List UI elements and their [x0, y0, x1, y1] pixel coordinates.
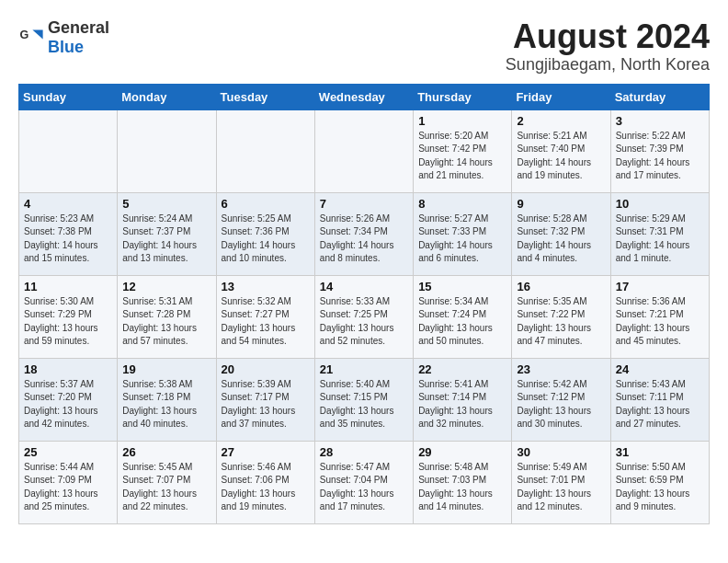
calendar-cell: 5Sunrise: 5:24 AM Sunset: 7:37 PM Daylig…	[118, 192, 216, 275]
day-number: 3	[616, 114, 704, 128]
header-wednesday: Wednesday	[314, 84, 413, 109]
day-number: 23	[517, 362, 605, 376]
day-number: 14	[320, 280, 408, 293]
day-detail: Sunrise: 5:39 AM Sunset: 7:17 PM Dayligh…	[222, 378, 310, 431]
calendar-cell: 31Sunrise: 5:50 AM Sunset: 6:59 PM Dayli…	[610, 441, 709, 523]
calendar-cell: 8Sunrise: 5:27 AM Sunset: 7:33 PM Daylig…	[414, 192, 512, 275]
calendar-header: SundayMondayTuesdayWednesdayThursdayFrid…	[19, 84, 710, 109]
calendar-cell	[19, 109, 118, 192]
day-detail: Sunrise: 5:41 AM Sunset: 7:14 PM Dayligh…	[418, 378, 506, 431]
day-number: 2	[517, 114, 605, 128]
header-sunday: Sunday	[19, 84, 118, 109]
day-number: 18	[24, 362, 112, 376]
calendar-cell: 7Sunrise: 5:26 AM Sunset: 7:34 PM Daylig…	[314, 192, 413, 275]
day-detail: Sunrise: 5:20 AM Sunset: 7:42 PM Dayligh…	[418, 130, 506, 183]
calendar-cell: 9Sunrise: 5:28 AM Sunset: 7:32 PM Daylig…	[512, 192, 610, 275]
day-detail: Sunrise: 5:29 AM Sunset: 7:31 PM Dayligh…	[616, 213, 704, 266]
day-number: 29	[418, 445, 506, 459]
day-detail: Sunrise: 5:42 AM Sunset: 7:12 PM Dayligh…	[517, 378, 605, 431]
calendar-cell: 14Sunrise: 5:33 AM Sunset: 7:25 PM Dayli…	[314, 275, 413, 358]
calendar-table: SundayMondayTuesdayWednesdayThursdayFrid…	[18, 84, 710, 524]
day-number: 19	[122, 362, 210, 376]
calendar-cell: 21Sunrise: 5:40 AM Sunset: 7:15 PM Dayli…	[314, 358, 413, 441]
location-subtitle: Sungjibaegam, North Korea	[506, 55, 710, 75]
calendar-cell: 4Sunrise: 5:23 AM Sunset: 7:38 PM Daylig…	[19, 192, 118, 275]
day-detail: Sunrise: 5:48 AM Sunset: 7:03 PM Dayligh…	[418, 461, 506, 514]
day-detail: Sunrise: 5:23 AM Sunset: 7:38 PM Dayligh…	[24, 213, 112, 266]
calendar-cell: 30Sunrise: 5:49 AM Sunset: 7:01 PM Dayli…	[512, 441, 610, 523]
day-number: 5	[122, 197, 210, 211]
calendar-week-3: 11Sunrise: 5:30 AM Sunset: 7:29 PM Dayli…	[19, 275, 710, 358]
day-detail: Sunrise: 5:44 AM Sunset: 7:09 PM Dayligh…	[24, 461, 112, 514]
calendar-week-2: 4Sunrise: 5:23 AM Sunset: 7:38 PM Daylig…	[19, 192, 710, 275]
svg-marker-1	[32, 30, 42, 40]
calendar-cell: 3Sunrise: 5:22 AM Sunset: 7:39 PM Daylig…	[610, 109, 709, 192]
calendar-cell: 11Sunrise: 5:30 AM Sunset: 7:29 PM Dayli…	[19, 275, 118, 358]
logo-icon: G	[18, 25, 44, 51]
day-number: 21	[320, 362, 408, 376]
day-detail: Sunrise: 5:38 AM Sunset: 7:18 PM Dayligh…	[122, 378, 210, 431]
day-number: 9	[517, 197, 605, 211]
day-detail: Sunrise: 5:47 AM Sunset: 7:04 PM Dayligh…	[320, 461, 408, 514]
calendar-cell: 15Sunrise: 5:34 AM Sunset: 7:24 PM Dayli…	[414, 275, 512, 358]
month-year-title: August 2024	[506, 18, 710, 55]
day-detail: Sunrise: 5:34 AM Sunset: 7:24 PM Dayligh…	[418, 295, 506, 349]
calendar-week-1: 1Sunrise: 5:20 AM Sunset: 7:42 PM Daylig…	[19, 109, 710, 192]
calendar-cell: 2Sunrise: 5:21 AM Sunset: 7:40 PM Daylig…	[512, 109, 610, 192]
day-number: 8	[418, 197, 506, 211]
day-detail: Sunrise: 5:25 AM Sunset: 7:36 PM Dayligh…	[222, 213, 310, 266]
day-number: 11	[24, 280, 112, 293]
day-detail: Sunrise: 5:43 AM Sunset: 7:11 PM Dayligh…	[616, 378, 704, 431]
day-number: 13	[222, 280, 310, 293]
day-detail: Sunrise: 5:27 AM Sunset: 7:33 PM Dayligh…	[418, 213, 506, 266]
header-tuesday: Tuesday	[216, 84, 314, 109]
day-number: 30	[517, 445, 605, 459]
day-number: 4	[24, 197, 112, 211]
day-number: 15	[418, 280, 506, 293]
calendar-cell: 25Sunrise: 5:44 AM Sunset: 7:09 PM Dayli…	[19, 441, 118, 523]
calendar-cell: 16Sunrise: 5:35 AM Sunset: 7:22 PM Dayli…	[512, 275, 610, 358]
logo: G General Blue	[18, 18, 109, 57]
calendar-week-4: 18Sunrise: 5:37 AM Sunset: 7:20 PM Dayli…	[19, 358, 710, 441]
day-detail: Sunrise: 5:50 AM Sunset: 6:59 PM Dayligh…	[616, 461, 704, 514]
day-detail: Sunrise: 5:49 AM Sunset: 7:01 PM Dayligh…	[517, 461, 605, 514]
day-detail: Sunrise: 5:37 AM Sunset: 7:20 PM Dayligh…	[24, 378, 112, 431]
header-monday: Monday	[118, 84, 216, 109]
header-saturday: Saturday	[610, 84, 709, 109]
day-detail: Sunrise: 5:46 AM Sunset: 7:06 PM Dayligh…	[222, 461, 310, 514]
header-friday: Friday	[512, 84, 610, 109]
day-detail: Sunrise: 5:32 AM Sunset: 7:27 PM Dayligh…	[222, 295, 310, 349]
svg-text:G: G	[19, 29, 28, 41]
calendar-cell: 22Sunrise: 5:41 AM Sunset: 7:14 PM Dayli…	[414, 358, 512, 441]
day-detail: Sunrise: 5:40 AM Sunset: 7:15 PM Dayligh…	[320, 378, 408, 431]
day-number: 12	[122, 280, 210, 293]
calendar-cell: 13Sunrise: 5:32 AM Sunset: 7:27 PM Dayli…	[216, 275, 314, 358]
day-number: 6	[222, 197, 310, 211]
header-thursday: Thursday	[414, 84, 512, 109]
calendar-cell	[216, 109, 314, 192]
day-number: 7	[320, 197, 408, 211]
title-block: August 2024 Sungjibaegam, North Korea	[506, 18, 710, 75]
calendar-cell: 24Sunrise: 5:43 AM Sunset: 7:11 PM Dayli…	[610, 358, 709, 441]
calendar-cell: 10Sunrise: 5:29 AM Sunset: 7:31 PM Dayli…	[610, 192, 709, 275]
day-number: 22	[418, 362, 506, 376]
day-number: 17	[616, 280, 704, 293]
calendar-body: 1Sunrise: 5:20 AM Sunset: 7:42 PM Daylig…	[19, 109, 710, 523]
calendar-cell: 12Sunrise: 5:31 AM Sunset: 7:28 PM Dayli…	[118, 275, 216, 358]
calendar-cell: 20Sunrise: 5:39 AM Sunset: 7:17 PM Dayli…	[216, 358, 314, 441]
day-detail: Sunrise: 5:35 AM Sunset: 7:22 PM Dayligh…	[517, 295, 605, 349]
day-detail: Sunrise: 5:22 AM Sunset: 7:39 PM Dayligh…	[616, 130, 704, 183]
day-detail: Sunrise: 5:33 AM Sunset: 7:25 PM Dayligh…	[320, 295, 408, 349]
day-detail: Sunrise: 5:26 AM Sunset: 7:34 PM Dayligh…	[320, 213, 408, 266]
day-number: 1	[418, 114, 506, 128]
day-number: 28	[320, 445, 408, 459]
day-detail: Sunrise: 5:24 AM Sunset: 7:37 PM Dayligh…	[122, 213, 210, 266]
calendar-cell: 26Sunrise: 5:45 AM Sunset: 7:07 PM Dayli…	[118, 441, 216, 523]
day-detail: Sunrise: 5:36 AM Sunset: 7:21 PM Dayligh…	[616, 295, 704, 349]
calendar-cell: 18Sunrise: 5:37 AM Sunset: 7:20 PM Dayli…	[19, 358, 118, 441]
day-detail: Sunrise: 5:21 AM Sunset: 7:40 PM Dayligh…	[517, 130, 605, 183]
day-number: 31	[616, 445, 704, 459]
day-detail: Sunrise: 5:31 AM Sunset: 7:28 PM Dayligh…	[122, 295, 210, 349]
day-detail: Sunrise: 5:28 AM Sunset: 7:32 PM Dayligh…	[517, 213, 605, 266]
day-number: 24	[616, 362, 704, 376]
